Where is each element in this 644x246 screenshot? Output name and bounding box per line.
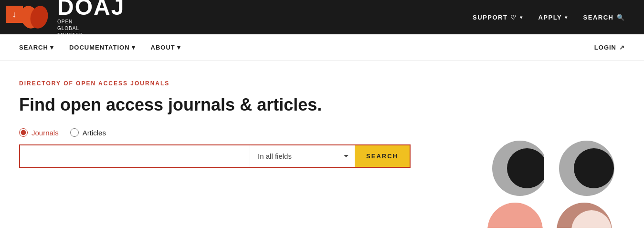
search-button[interactable]: SEARCH bbox=[355, 145, 410, 167]
radio-group: Journals Articles bbox=[19, 128, 606, 137]
support-chevron-icon: ▾ bbox=[520, 15, 523, 20]
logo-doaj-text: DOAJ bbox=[57, 0, 125, 19]
download-icon[interactable]: ↓ bbox=[6, 6, 23, 23]
radio-articles[interactable] bbox=[70, 128, 79, 137]
main-content: DIRECTORY OF OPEN ACCESS JOURNALS Find o… bbox=[0, 61, 644, 228]
logo-tagline: OPEN GLOBAL TRUSTED bbox=[57, 19, 125, 39]
directory-label: DIRECTORY OF OPEN ACCESS JOURNALS bbox=[19, 80, 606, 87]
search-field-select[interactable]: In all fields Title Abstract Subject ISS… bbox=[250, 145, 355, 167]
shapes-svg bbox=[482, 137, 625, 228]
svg-point-8 bbox=[487, 203, 543, 228]
radio-articles-label[interactable]: Articles bbox=[70, 128, 106, 137]
search-bar: In all fields Title Abstract Subject ISS… bbox=[19, 144, 411, 168]
apply-chevron-icon: ▾ bbox=[565, 15, 568, 20]
top-nav-right: SUPPORT ♡ ▾ APPLY ▾ SEARCH 🔍 bbox=[473, 14, 625, 21]
decorative-shapes bbox=[482, 137, 644, 228]
documentation-chevron-icon: ▾ bbox=[132, 44, 136, 51]
nav-support[interactable]: SUPPORT ♡ ▾ bbox=[473, 14, 523, 21]
login-arrow-icon: ↗ bbox=[619, 44, 625, 51]
top-bar: ↓ DOAJ OPEN GLOBAL TRUSTED SUPPORT ♡ ▾ A… bbox=[0, 0, 644, 34]
nav-apply[interactable]: APPLY ▾ bbox=[538, 14, 568, 21]
radio-journals-label[interactable]: Journals bbox=[19, 128, 59, 137]
svg-point-7 bbox=[574, 148, 614, 188]
heart-icon: ♡ bbox=[510, 14, 517, 21]
logo-text: DOAJ OPEN GLOBAL TRUSTED bbox=[57, 0, 125, 39]
nav-item-search[interactable]: SEARCH ▾ bbox=[19, 44, 54, 51]
login-button[interactable]: LOGIN ↗ bbox=[594, 44, 625, 51]
about-chevron-icon: ▾ bbox=[177, 44, 181, 51]
svg-point-5 bbox=[507, 148, 547, 188]
logo-area: ↓ DOAJ OPEN GLOBAL TRUSTED bbox=[19, 0, 125, 39]
logo-icon bbox=[19, 4, 50, 31]
nav-search[interactable]: SEARCH 🔍 bbox=[583, 14, 625, 21]
search-chevron-icon: ▾ bbox=[50, 44, 54, 51]
nav-item-about[interactable]: ABOUT ▾ bbox=[151, 44, 181, 51]
search-input[interactable] bbox=[20, 145, 250, 167]
nav-item-documentation[interactable]: DOCUMENTATION ▾ bbox=[69, 44, 136, 51]
search-icon: 🔍 bbox=[617, 14, 625, 21]
main-heading: Find open access journals & articles. bbox=[19, 94, 606, 115]
secondary-nav-left: SEARCH ▾ DOCUMENTATION ▾ ABOUT ▾ bbox=[19, 44, 181, 51]
radio-journals[interactable] bbox=[19, 128, 28, 137]
